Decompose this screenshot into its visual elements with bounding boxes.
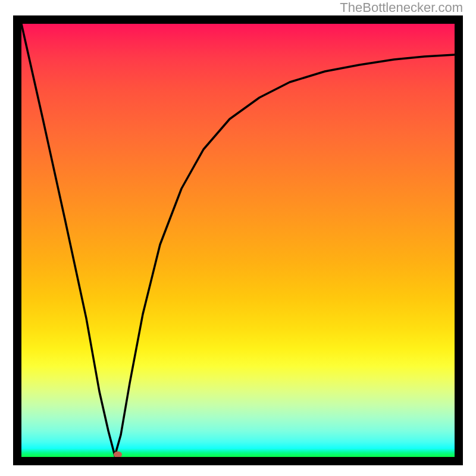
optimal-point-marker [114, 451, 122, 458]
chart-container: TheBottlenecker.com [0, 0, 476, 476]
curve-overlay [21, 24, 455, 457]
bottleneck-curve-path [21, 24, 455, 456]
chart-plot-area [13, 15, 463, 465]
watermark-text: TheBottlenecker.com [340, 0, 463, 15]
